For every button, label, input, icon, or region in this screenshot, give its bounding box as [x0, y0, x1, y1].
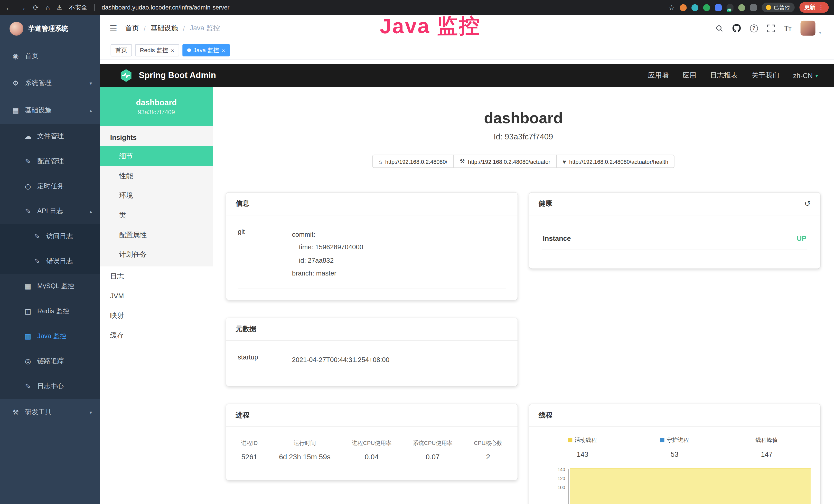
legend-live-threads: 活动线程 143: [536, 436, 629, 458]
insights-group-label: Insights: [100, 126, 213, 146]
sba-menu-classes[interactable]: 类: [100, 205, 213, 225]
stat-pid: 进程ID 5261: [241, 439, 258, 461]
breadcrumb-infrastructure[interactable]: 基础设施: [151, 23, 178, 33]
sba-menu-details[interactable]: 细节: [100, 146, 213, 166]
sba-brand[interactable]: Spring Boot Admin: [139, 71, 216, 80]
sidebar-item-access-logs[interactable]: ✎ 访问日志: [0, 224, 100, 249]
font-size-icon[interactable]: TT: [784, 24, 791, 32]
mysql-icon: ▦: [23, 282, 32, 290]
sidebar-item-tracing[interactable]: ◎ 链路追踪: [0, 349, 100, 373]
legend-swatch-blue: [660, 438, 664, 442]
info-git-row: git commit: time: 1596289704000 id: 27aa…: [238, 223, 506, 289]
security-label[interactable]: 不安全: [69, 3, 87, 11]
security-warning-icon: ⚠: [57, 4, 62, 11]
divider: [94, 4, 95, 11]
tab-redis-monitor[interactable]: Redis 监控 ×: [135, 44, 179, 56]
home-icon[interactable]: ⌂: [46, 4, 50, 11]
log-icon: ✎: [23, 207, 32, 215]
page-title: dashboard: [213, 110, 834, 127]
paused-badge[interactable]: 已暂停: [761, 3, 794, 12]
sidebar-item-home[interactable]: ◉ 首页: [0, 43, 100, 70]
sidebar-item-dev-tools[interactable]: ⚒ 研发工具 ▾: [0, 399, 100, 426]
sba-sidebar: dashboard 93a3fc7f7409 Insights 细节 性能 环境…: [100, 87, 213, 504]
update-button[interactable]: 更新 ⋮: [799, 2, 829, 13]
sba-nav-about[interactable]: 关于我们: [751, 71, 779, 80]
cloud-icon: ☁: [23, 133, 32, 140]
logo-image: [9, 22, 23, 36]
sidebar-item-system-mgmt[interactable]: ⚙ 系统管理 ▾: [0, 70, 100, 97]
sidebar-item-redis-monitor[interactable]: ◫ Redis 监控: [0, 299, 100, 324]
github-icon[interactable]: [732, 24, 741, 32]
sba-nav-journal[interactable]: 日志报表: [710, 71, 738, 80]
avatar-caret-icon: ▾: [819, 30, 821, 35]
history-icon[interactable]: ↺: [805, 200, 811, 208]
sba-menu-metrics[interactable]: 性能: [100, 166, 213, 186]
extension-icon[interactable]: [691, 4, 698, 11]
infrastructure-icon: ▤: [11, 106, 20, 114]
back-icon[interactable]: ←: [5, 4, 12, 11]
metadata-startup-row: startup 2021-04-27T00:44:31.254+08:00: [238, 348, 506, 375]
health-url-button[interactable]: ♥ http://192.168.0.2:48080/actuator/heal…: [556, 155, 675, 168]
reload-icon[interactable]: ⟳: [33, 4, 39, 11]
metadata-card-title: 元数据: [236, 324, 256, 334]
extension-icon[interactable]: [703, 4, 710, 11]
service-url-button[interactable]: ⌂ http://192.168.0.2:48080/: [372, 155, 454, 168]
sidebar-item-file-mgmt[interactable]: ☁ 文件管理: [0, 124, 100, 148]
close-icon[interactable]: ×: [171, 47, 174, 53]
sba-nav-wallboard[interactable]: 应用墙: [648, 71, 668, 80]
top-header: ☰ 首页 / 基础设施 / Java 监控 ?: [100, 15, 834, 42]
chevron-down-icon: ▾: [815, 73, 818, 78]
legend-swatch-yellow: [568, 438, 572, 442]
hamburger-icon[interactable]: ☰: [110, 23, 117, 33]
sidebar-item-api-logs[interactable]: ✎ API 日志 ▴: [0, 199, 100, 224]
tab-java-monitor[interactable]: Java 监控 ×: [182, 44, 230, 56]
tab-home[interactable]: 首页: [111, 44, 132, 56]
sidebar-item-java-monitor[interactable]: ▥ Java 监控: [0, 324, 100, 349]
extension-icon[interactable]: [679, 4, 686, 11]
extension-icon[interactable]: on: [726, 4, 733, 11]
sba-menu-logs[interactable]: 日志: [100, 266, 213, 286]
help-icon[interactable]: ?: [750, 24, 758, 32]
gear-icon: ⚙: [11, 79, 20, 87]
bookmark-star-icon[interactable]: ☆: [668, 4, 675, 11]
chrome-menu-icon[interactable]: ⋮: [818, 4, 824, 11]
avatar[interactable]: [800, 21, 815, 36]
search-icon[interactable]: [715, 24, 723, 32]
sba-menu-jvm[interactable]: JVM: [100, 286, 213, 306]
forward-icon[interactable]: →: [19, 4, 26, 11]
sba-menu-config-props[interactable]: 配置属性: [100, 225, 213, 245]
instance-links: ⌂ http://192.168.0.2:48080/ ⚒ http://192…: [213, 155, 834, 168]
health-card-title: 健康: [539, 199, 552, 208]
breadcrumb-home[interactable]: 首页: [125, 23, 139, 33]
edit-icon: ✎: [23, 157, 32, 165]
legend-peak-threads: 线程峰值 147: [721, 436, 813, 458]
health-instance-row[interactable]: Instance UP: [542, 227, 807, 249]
sidebar-item-infrastructure[interactable]: ▤ 基础设施 ▴: [0, 97, 100, 124]
fullscreen-icon[interactable]: [767, 24, 775, 32]
locale-selector[interactable]: zh-CN ▾: [793, 72, 818, 79]
status-badge: UP: [797, 234, 806, 243]
sidebar-item-log-center[interactable]: ✎ 日志中心: [0, 374, 100, 399]
sidebar-item-config-mgmt[interactable]: ✎ 配置管理: [0, 149, 100, 174]
extension-icon[interactable]: [750, 4, 757, 11]
sidebar-item-mysql-monitor[interactable]: ▦ MySQL 监控: [0, 274, 100, 299]
sba-menu-environment[interactable]: 环境: [100, 186, 213, 205]
sidebar-item-error-logs[interactable]: ✎ 错误日志: [0, 249, 100, 274]
clock-icon: ◷: [23, 182, 32, 190]
sba-menu-caches[interactable]: 缓存: [100, 325, 213, 345]
instance-header[interactable]: dashboard 93a3fc7f7409: [100, 87, 213, 126]
threads-card: 线程 活动线程 1: [529, 404, 820, 504]
threads-chart: 140 120 100: [536, 469, 813, 504]
actuator-url-button[interactable]: ⚒ http://192.168.0.2:48080/actuator: [453, 155, 556, 168]
sidebar-item-scheduled-tasks[interactable]: ◷ 定时任务: [0, 174, 100, 199]
wrench-icon: ⚒: [460, 158, 465, 165]
sba-menu-mappings[interactable]: 映射: [100, 306, 213, 325]
redis-icon: ◫: [23, 307, 32, 315]
dashboard-icon: ◉: [11, 52, 20, 60]
extension-icon[interactable]: [738, 4, 745, 11]
sba-menu-scheduled-tasks[interactable]: 计划任务: [100, 245, 213, 265]
sba-nav-applications[interactable]: 应用: [682, 71, 696, 80]
extension-icon[interactable]: [715, 4, 722, 11]
address-bar-url[interactable]: dashboard.yudao.iocoder.cn/infra/admin-s…: [102, 4, 229, 11]
close-icon[interactable]: ×: [222, 47, 225, 53]
